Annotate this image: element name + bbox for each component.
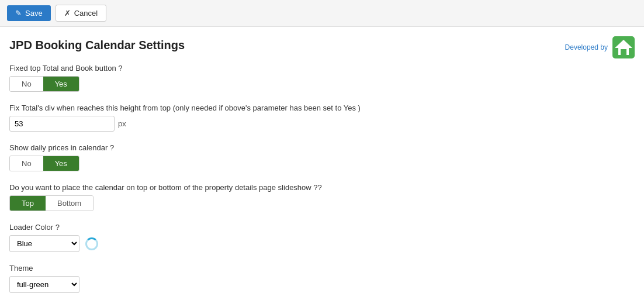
theme-section: Theme full-green default dark (9, 264, 635, 293)
save-label: Save (25, 9, 43, 18)
fixed-top-no-button[interactable]: No (10, 77, 43, 91)
calendar-top-button[interactable]: Top (10, 196, 46, 211)
toolbar: ✎ Save ✗ Cancel (0, 0, 644, 27)
dev-logo-icon (612, 36, 635, 58)
developed-by-text: Developed by (565, 43, 608, 51)
main-content: Developed by JPD Booking Calendar Settin… (0, 27, 644, 293)
svg-rect-3 (622, 45, 625, 49)
show-daily-section: Show daily prices in calendar ? No Yes (9, 143, 635, 171)
calendar-bottom-button[interactable]: Bottom (46, 196, 93, 211)
px-label: px (118, 119, 126, 128)
fixed-top-label: Fixed top Total and Book button ? (9, 64, 635, 73)
theme-label: Theme (9, 264, 635, 273)
save-button[interactable]: ✎ Save (7, 5, 51, 21)
calendar-position-label: Do you want to place the calendar on top… (9, 183, 635, 192)
show-daily-yes-button[interactable]: Yes (43, 156, 79, 171)
fix-height-label: Fix Total's div when reaches this height… (9, 104, 635, 112)
page-title: JPD Booking Calendar Settings (9, 39, 635, 52)
cancel-label: Cancel (74, 9, 98, 18)
show-daily-toggle-group: No Yes (9, 156, 79, 171)
cancel-icon: ✗ (64, 9, 71, 18)
dev-badge: Developed by (565, 36, 635, 58)
show-daily-no-button[interactable]: No (10, 156, 43, 171)
spinner-preview-icon (85, 237, 98, 250)
loader-color-label: Loader Color ? (9, 223, 635, 232)
save-icon: ✎ (15, 9, 22, 18)
show-daily-label: Show daily prices in calendar ? (9, 143, 635, 152)
theme-select[interactable]: full-green default dark (9, 276, 79, 293)
fixed-top-toggle-group: No Yes (9, 76, 79, 92)
loader-color-row: Blue Red Green Yellow (9, 235, 635, 252)
fixed-top-yes-button[interactable]: Yes (43, 77, 79, 91)
loader-color-select[interactable]: Blue Red Green Yellow (9, 235, 79, 252)
fix-height-section: Fix Total's div when reaches this height… (9, 104, 635, 132)
calendar-position-toggle-group: Top Bottom (9, 195, 94, 211)
cancel-button[interactable]: ✗ Cancel (56, 5, 106, 22)
svg-rect-2 (621, 49, 626, 55)
fixed-top-section: Fixed top Total and Book button ? No Yes (9, 64, 635, 92)
height-input[interactable] (9, 116, 115, 132)
height-input-row: px (9, 116, 635, 132)
loader-color-section: Loader Color ? Blue Red Green Yellow (9, 223, 635, 252)
calendar-position-section: Do you want to place the calendar on top… (9, 183, 635, 211)
